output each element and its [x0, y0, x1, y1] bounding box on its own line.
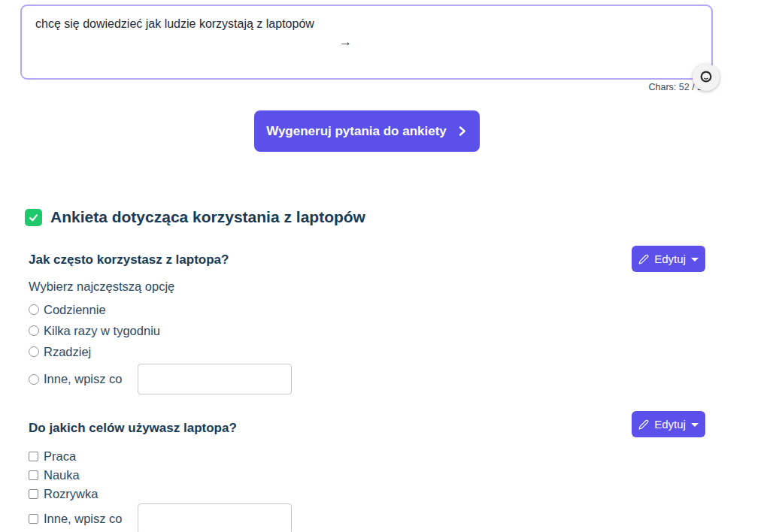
checkbox-nauka[interactable]: [29, 470, 38, 480]
generate-questions-button[interactable]: Wygeneruj pytania do ankiety: [254, 110, 480, 152]
option-row-other: Inne, wpisz co: [29, 503, 615, 532]
edit-button-label: Edytuj: [654, 418, 686, 431]
question-1: Jak często korzystasz z laptopa? Wybierz…: [29, 251, 615, 394]
option-row: Codziennie: [29, 301, 615, 319]
radio-inne[interactable]: [29, 374, 39, 385]
pencil-icon: [638, 419, 649, 430]
question-1-title: Jak często korzystasz z laptopa?: [29, 251, 615, 268]
checkbox-praca[interactable]: [29, 452, 38, 461]
option-label: Rzadziej: [44, 343, 91, 361]
option-label: Kilka razy w tygodniu: [44, 322, 160, 340]
radio-rzadziej[interactable]: [29, 346, 39, 357]
option-row: Rzadziej: [29, 343, 615, 361]
survey-topic-input[interactable]: chcę się dowiedzieć jak ludzie korzystaj…: [20, 5, 713, 80]
option-label: Praca: [44, 447, 76, 466]
edit-question-2-button[interactable]: Edytuj: [632, 411, 705, 437]
edit-button-label: Edytuj: [654, 252, 686, 265]
question-2: Do jakich celów używasz laptopa? Praca N…: [29, 419, 615, 532]
option-row: Nauka: [29, 466, 615, 485]
question-1-subtitle: Wybierz najczęstszą opcję: [29, 278, 615, 295]
chevron-right-icon: [456, 125, 468, 138]
option-label: Nauka: [44, 466, 80, 485]
checkbox-inne[interactable]: [29, 514, 38, 524]
option-row: Praca: [29, 447, 615, 466]
other-text-input-q2[interactable]: [138, 503, 292, 532]
page: chcę się dowiedzieć jak ludzie korzystaj…: [0, 0, 770, 532]
radio-codziennie[interactable]: [29, 304, 39, 315]
caret-down-icon: [691, 423, 699, 427]
option-row: Rozrywka: [29, 485, 615, 503]
check-icon: [25, 209, 42, 226]
edit-question-1-button[interactable]: Edytuj: [632, 246, 705, 272]
pencil-icon: [638, 254, 649, 264]
survey-title: Ankieta dotycząca korzystania z laptopów: [50, 208, 365, 226]
assistant-widget-icon[interactable]: [693, 64, 720, 91]
option-label: Inne, wpisz co: [44, 372, 123, 386]
question-2-title: Do jakich celów używasz laptopa?: [29, 419, 615, 437]
question-2-options: Praca Nauka Rozrywka Inne, wpisz co: [29, 447, 615, 532]
option-label: Codziennie: [44, 301, 106, 319]
option-label: Inne, wpisz co: [44, 512, 123, 526]
other-text-input-q1[interactable]: [138, 364, 292, 394]
question-1-options: Codziennie Kilka razy w tygodniu Rzadzie…: [29, 301, 615, 394]
radio-kilka-razy[interactable]: [29, 325, 39, 336]
generate-questions-label: Wygeneruj pytania do ankiety: [266, 124, 447, 139]
option-row: Kilka razy w tygodniu: [29, 322, 615, 340]
caret-down-icon: [691, 258, 699, 261]
face-ring-icon: [698, 69, 714, 86]
option-row-other: Inne, wpisz co: [29, 364, 615, 394]
checkbox-rozrywka[interactable]: [29, 489, 38, 499]
survey-heading: Ankieta dotycząca korzystania z laptopów: [25, 208, 365, 226]
option-label: Rozrywka: [44, 485, 98, 503]
